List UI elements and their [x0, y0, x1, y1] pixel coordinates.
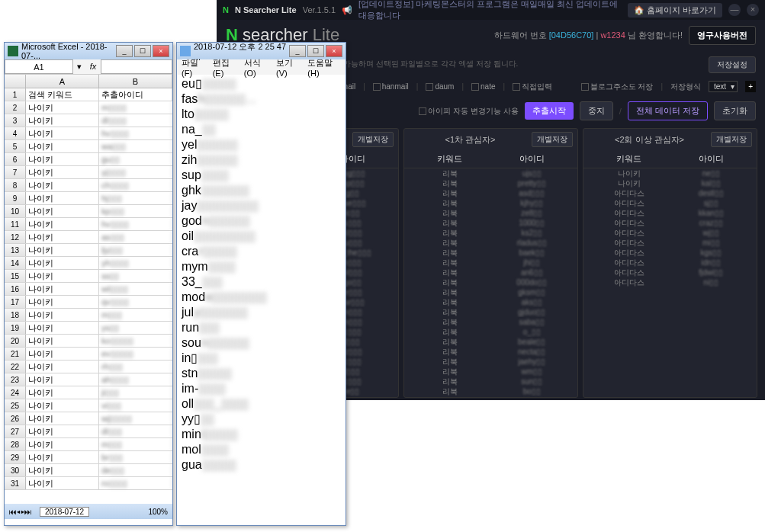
cell[interactable]: 나이키 — [26, 231, 99, 243]
cell[interactable]: ji▯▯▯ — [99, 386, 172, 399]
save-option[interactable]: 직접입력 — [513, 82, 552, 92]
data-row[interactable]: 나이키ne▯▯ — [583, 168, 757, 178]
data-row[interactable]: 리북o_▯▯ — [404, 327, 577, 337]
save-option[interactable]: daum — [426, 82, 454, 91]
cell[interactable]: 나이키 — [26, 464, 99, 476]
data-row[interactable]: 리북rladus▯▯ — [404, 238, 577, 248]
cell[interactable]: 검색 키워드 — [26, 88, 99, 101]
sheet-tab[interactable]: 2018-07-12 — [40, 507, 89, 517]
cell[interactable]: 나이키 — [26, 477, 99, 489]
cell[interactable]: 나이키 — [26, 296, 99, 308]
data-row[interactable]: 아디다스ni▯▯ — [583, 277, 757, 287]
panel-save-button[interactable]: 개별저장 — [711, 132, 752, 147]
cell[interactable]: 나이키 — [26, 140, 99, 152]
data-row[interactable]: 아디다스mi▯▯ — [583, 238, 757, 248]
data-row[interactable]: 리북ride▯▯ — [404, 396, 577, 397]
data-row[interactable]: 리북ze8▯▯ — [404, 208, 577, 218]
cell[interactable]: 나이키 — [26, 192, 99, 204]
cell[interactable]: ljy▯▯▯ — [99, 244, 172, 256]
cell[interactable]: yj▯▯▯▯ — [99, 166, 172, 178]
cell[interactable]: ss▯▯ — [99, 270, 172, 282]
cell[interactable]: 나이키 — [26, 399, 99, 412]
menu-item[interactable]: 파일(F) — [180, 57, 208, 78]
cell[interactable]: 나이키 — [26, 425, 99, 437]
panel-body[interactable]: 나이키ne▯▯나이키kal▯▯아디다스destl▯▯아디다스sj▯▯아디다스kk… — [583, 168, 757, 397]
row-header[interactable]: 5 — [5, 140, 26, 152]
cell[interactable]: 나이키 — [26, 283, 99, 295]
cell[interactable]: 나이키 — [26, 335, 99, 347]
notepad-minimize[interactable]: _ — [289, 45, 306, 57]
row-header[interactable]: 25 — [5, 399, 26, 412]
name-box-dropdown[interactable]: ▾ — [73, 59, 85, 74]
start-button[interactable]: 추출시작 — [525, 102, 574, 120]
data-row[interactable]: 리북1000▯▯ — [404, 218, 577, 228]
cell[interactable]: ro▯▯▯▯ — [99, 477, 172, 489]
cell[interactable]: gu▯▯ — [99, 153, 172, 165]
row-header[interactable]: 4 — [5, 127, 26, 139]
cell[interactable]: 나이키 — [26, 114, 99, 127]
cell[interactable]: br▯▯▯ — [99, 451, 172, 463]
add-format-button[interactable]: + — [745, 81, 756, 92]
cell[interactable]: 나이키 — [26, 101, 99, 114]
cell[interactable]: kp▯▯▯ — [99, 205, 172, 217]
row-header[interactable]: 16 — [5, 283, 26, 295]
save-all-button[interactable]: 전체 데이터 저장 — [628, 101, 708, 120]
data-row[interactable]: 아디다스kgs▯▯ — [583, 248, 757, 258]
cell[interactable]: 나이키 — [26, 451, 99, 463]
row-header[interactable]: 22 — [5, 361, 26, 373]
data-row[interactable]: 리북jhi▯▯ — [404, 258, 577, 268]
cell[interactable]: 나이키 — [26, 438, 99, 450]
cell[interactable]: hv▯▯▯▯ — [99, 218, 172, 230]
col-header-a[interactable]: A — [26, 75, 99, 88]
row-header[interactable]: 29 — [5, 451, 26, 463]
row-header[interactable]: 1 — [5, 88, 26, 101]
cell[interactable]: 나이키 — [26, 166, 99, 178]
row-header[interactable]: 8 — [5, 179, 26, 191]
row-header[interactable]: 11 — [5, 218, 26, 230]
row-header[interactable]: 12 — [5, 231, 26, 243]
minimize-button[interactable]: — — [728, 4, 741, 16]
stop-button[interactable]: 중지 — [580, 101, 613, 120]
cell[interactable]: wa▯▯▯ — [99, 140, 172, 152]
cell[interactable]: 나이키 — [26, 373, 99, 386]
row-header[interactable]: 31 — [5, 477, 26, 489]
menu-item[interactable]: 서식(O) — [243, 57, 272, 78]
row-header[interactable]: 18 — [5, 309, 26, 321]
data-row[interactable]: 리북pretty▯▯ — [404, 178, 577, 188]
data-row[interactable]: 리북necta▯▯ — [404, 347, 577, 357]
cell[interactable]: 나이키 — [26, 386, 99, 399]
data-row[interactable]: 리북ujs▯▯ — [404, 168, 577, 178]
data-row[interactable]: 리북wm▯▯ — [404, 367, 577, 377]
notepad-close[interactable]: × — [326, 45, 342, 57]
cell[interactable]: 추출아이디 — [99, 88, 172, 101]
cell[interactable]: ko▯▯▯▯▯ — [99, 335, 172, 347]
reset-button[interactable]: 초기화 — [714, 101, 756, 120]
data-row[interactable]: 리북kjhy▯▯ — [404, 198, 577, 208]
cell[interactable]: 나이키 — [26, 244, 99, 256]
row-header[interactable]: 3 — [5, 114, 26, 127]
cell[interactable]: dl▯▯▯ — [99, 425, 172, 437]
data-row[interactable]: 리북jaehy▯▯ — [404, 357, 577, 367]
row-header[interactable]: 15 — [5, 270, 26, 282]
cell[interactable]: 나이키 — [26, 322, 99, 334]
menu-item[interactable]: 보기(V) — [275, 57, 303, 78]
cell[interactable]: 나이키 — [26, 153, 99, 165]
fx-label[interactable]: fx — [85, 59, 101, 74]
panel-body[interactable]: 리북ujs▯▯리북pretty▯▯리북asd▯▯▯리북kjhy▯▯리북ze8▯▯… — [404, 168, 577, 397]
cell[interactable]: wt▯▯▯▯ — [99, 283, 172, 295]
cell[interactable]: 나이키 — [26, 205, 99, 217]
menu-item[interactable]: 편집(E) — [211, 57, 239, 78]
cell[interactable]: 나이키 — [26, 218, 99, 230]
data-row[interactable]: 리북baek▯▯ — [404, 248, 577, 258]
row-header[interactable]: 24 — [5, 386, 26, 399]
sheet-nav[interactable]: ⏮◀▶⏭ — [9, 508, 32, 516]
cell[interactable]: yh▯▯▯▯ — [99, 257, 172, 269]
row-header[interactable]: 30 — [5, 464, 26, 476]
col-header-b[interactable]: B — [99, 75, 172, 88]
cell[interactable]: qv▯▯▯▯ — [99, 296, 172, 308]
cell[interactable]: 나이키 — [26, 179, 99, 191]
row-header[interactable]: 13 — [5, 244, 26, 256]
notepad-textarea[interactable]: eu▯▯▯▯▯▯fash▯▯▯▯▯▯...lto▯▯▯▯▯na_▯▯yel▯▯▯… — [177, 75, 346, 509]
data-row[interactable]: 리북beale▯▯ — [404, 337, 577, 347]
data-row[interactable]: 아디다스kkan▯▯ — [583, 208, 757, 218]
